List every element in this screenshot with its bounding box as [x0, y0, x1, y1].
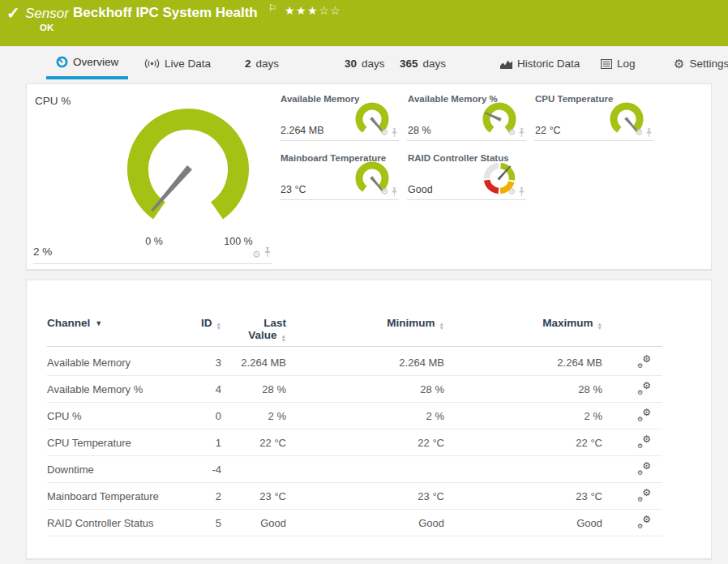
channel-name[interactable]: Downtime: [47, 464, 197, 476]
mini-gauge-label: CPU Temperature: [535, 94, 613, 104]
channel-settings-icon[interactable]: ⚙⚙: [637, 489, 651, 501]
col-header-last-value[interactable]: LastValue▲▼: [221, 317, 286, 343]
mini-gauge-value: 22 °C: [535, 125, 560, 136]
mini-gauge-label: Available Memory: [280, 94, 359, 104]
sensor-status-text: OK: [40, 23, 54, 32]
channel-id: -4: [197, 464, 221, 476]
gear-icon[interactable]: ⚙: [380, 186, 388, 197]
mini-gauge-mainboard-temperature: Mainboard Temperature 23 °C ⚙: [280, 151, 399, 200]
col-header-id[interactable]: ID▲▼: [197, 317, 221, 343]
channel-settings-icon[interactable]: ⚙⚙: [637, 382, 651, 394]
channel-id: 4: [197, 383, 221, 395]
tab-settings[interactable]: ⚙Settings: [667, 48, 728, 79]
channel-minimum: Good: [286, 517, 444, 529]
table-header-row: Channel▼ ID▲▼ LastValue▲▼ Minimum▲▼ Maxi…: [47, 317, 662, 343]
pin-icon[interactable]: [391, 187, 398, 197]
tab-days[interactable]: 2days: [238, 48, 285, 79]
channel-last-value: 22 °C: [221, 437, 286, 449]
channel-name[interactable]: Mainboard Temperature: [47, 490, 197, 502]
mini-gauge-value: 2.264 MB: [280, 125, 324, 136]
mini-gauge-value: 28 %: [408, 125, 431, 136]
channel-name[interactable]: CPU %: [47, 410, 197, 422]
channel-name[interactable]: CPU Temperature: [47, 437, 197, 449]
gear-icon[interactable]: ⚙: [635, 127, 643, 138]
channel-minimum: 28 %: [286, 383, 444, 395]
table-row: CPU % 0 2 % 2 % 2 % ⚙⚙: [47, 403, 662, 429]
gear-icon: ⚙: [674, 58, 684, 70]
channel-last-value: Good: [221, 517, 286, 529]
cpu-gauge[interactable]: [107, 88, 269, 250]
channel-maximum: 2.264 MB: [444, 357, 602, 369]
gear-icon[interactable]: ⚙: [380, 127, 388, 138]
channel-settings-icon[interactable]: ⚙⚙: [637, 436, 651, 447]
channel-minimum: 23 °C: [286, 490, 444, 502]
tab-historic-data[interactable]: Historic Data: [494, 48, 586, 79]
channel-name[interactable]: Available Memory %: [47, 383, 197, 395]
channel-settings-icon[interactable]: ⚙⚙: [637, 356, 651, 367]
log-icon: [601, 59, 612, 69]
gear-icon[interactable]: ⚙: [507, 186, 516, 197]
mini-gauge-cpu-temperature: CPU Temperature 22 °C ⚙: [534, 92, 653, 141]
tab-log[interactable]: Log: [594, 48, 642, 79]
channel-name[interactable]: RAID Controller Status: [47, 517, 197, 529]
pin-icon[interactable]: [263, 247, 272, 258]
pin-icon[interactable]: [518, 187, 525, 197]
mini-gauge-available-memory: Available Memory 2.264 MB ⚙: [280, 92, 399, 141]
tab-overview[interactable]: Overview: [46, 48, 128, 79]
table-body: Available Memory 3 2.264 MB 2.264 MB 2.2…: [47, 349, 662, 536]
sort-desc-icon: ▼: [95, 319, 102, 327]
table-row: Mainboard Temperature 2 23 °C 23 °C 23 °…: [47, 483, 662, 510]
channel-maximum: 28 %: [444, 383, 602, 395]
sensor-header: ✓ Sensor Beckhoff IPC System Health ⚐ ★★…: [0, 0, 728, 46]
channel-minimum: 2 %: [286, 410, 444, 422]
channel-last-value: 28 %: [221, 383, 286, 395]
channel-id: 3: [197, 357, 221, 369]
sensor-overview-page: ✓ Sensor Beckhoff IPC System Health ⚐ ★★…: [0, 0, 728, 564]
gauge-icon: [56, 56, 68, 68]
channel-last-value: 23 °C: [221, 490, 286, 502]
divider: [47, 346, 662, 347]
mini-gauge-raid-controller-status: RAID Controller Status Good ⚙: [407, 151, 526, 200]
main-gauge-value: 2 %: [33, 246, 52, 258]
priority-stars[interactable]: ★★★☆☆: [285, 4, 341, 17]
channel-settings-icon[interactable]: ⚙⚙: [637, 463, 651, 474]
pin-icon[interactable]: [518, 128, 525, 138]
gauges-panel: CPU % 0 % 100 % 2 % ⚙ Available Memory 2…: [26, 83, 712, 270]
flag-icon[interactable]: ⚐: [268, 2, 277, 14]
table-row: Downtime -4 ⚙⚙: [47, 456, 662, 483]
channel-id: 1: [197, 437, 221, 449]
channel-minimum: 22 °C: [286, 437, 444, 449]
bar-chart-icon: [500, 59, 512, 69]
channel-maximum: 22 °C: [444, 437, 602, 449]
channel-id: 0: [197, 410, 221, 422]
col-header-minimum[interactable]: Minimum▲▼: [286, 317, 444, 343]
gauge-scale-max: 100 %: [214, 236, 263, 247]
table-row: Available Memory 3 2.264 MB 2.264 MB 2.2…: [47, 349, 662, 376]
channel-maximum: 23 °C: [444, 490, 602, 502]
panel-icons: ⚙: [252, 246, 272, 261]
gear-icon[interactable]: ⚙: [252, 249, 261, 260]
channel-settings-icon[interactable]: ⚙⚙: [637, 516, 651, 528]
channel-last-value: 2.264 MB: [221, 357, 286, 369]
col-header-channel[interactable]: Channel▼: [47, 317, 197, 343]
channel-settings-icon[interactable]: ⚙⚙: [637, 409, 651, 421]
sensor-kind-label: Sensor: [25, 6, 69, 22]
channel-maximum: 2 %: [444, 410, 602, 422]
channel-maximum: Good: [444, 517, 602, 529]
table-row: Available Memory % 4 28 % 28 % 28 % ⚙⚙: [47, 376, 662, 403]
status-check-icon: ✓: [6, 3, 20, 23]
pin-icon[interactable]: [645, 128, 653, 138]
mini-gauge-value: Good: [408, 184, 433, 195]
gear-icon[interactable]: ⚙: [507, 127, 516, 138]
tab-days[interactable]: 30days: [338, 48, 392, 79]
tab-days[interactable]: 365days: [393, 48, 452, 79]
col-header-maximum[interactable]: Maximum▲▼: [444, 317, 602, 343]
channel-name[interactable]: Available Memory: [47, 357, 197, 369]
mini-gauge-available-memory: Available Memory % 28 % ⚙: [407, 92, 526, 141]
gauge-scale-min: 0 %: [130, 236, 178, 247]
pin-icon[interactable]: [391, 128, 398, 138]
mini-gauge-value: 23 °C: [280, 184, 306, 195]
tab-live-data[interactable]: Live Data: [138, 48, 217, 79]
channel-id: 2: [197, 490, 221, 502]
channel-last-value: 2 %: [221, 410, 286, 422]
